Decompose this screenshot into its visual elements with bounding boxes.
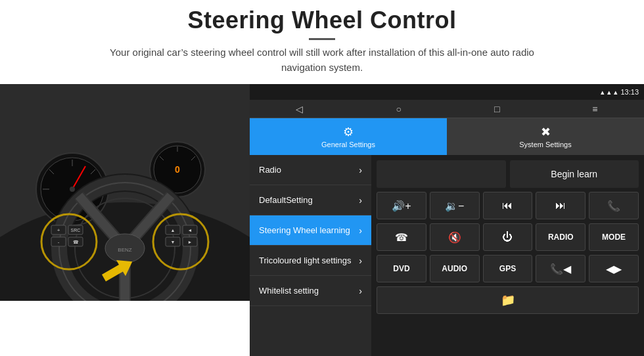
menu-white-arrow: › [359,286,362,296]
svg-text:▼: ▼ [171,240,175,244]
right-panel: Begin learn 🔊+ 🔉− ⏮ [371,155,644,356]
phone-prev-icon: 📞◀ [550,263,571,275]
mode-label: MODE [602,233,626,242]
vol-up-icon: 🔊+ [392,200,411,212]
svg-text:0: 0 [175,164,180,175]
svg-text:☎: ☎ [73,240,79,244]
general-settings-icon: ⚙ [343,125,354,139]
content-area: 0 [0,84,644,356]
mute-button[interactable]: 🔇 [430,223,480,251]
power-icon: ⏻ [502,231,513,243]
control-row-3: DVD AUDIO GPS 📞◀ ◀▶ [377,255,639,282]
audio-button[interactable]: AUDIO [430,255,480,282]
phone-icon: 📞 [607,200,620,212]
dvd-button[interactable]: DVD [377,255,426,282]
status-icons: ▴ ▴ ▴ 13:13 [601,88,639,97]
svg-text:-: - [58,239,60,245]
menu-button[interactable]: ≡ [592,104,597,114]
page-wrapper: Steering Wheel Control Your original car… [0,0,644,356]
status-bar: ▴ ▴ ▴ 13:13 [250,84,644,100]
radio-label: RADIO [548,233,574,242]
vol-up-button[interactable]: 🔊+ [377,192,426,219]
call-answer-icon: ☎ [395,231,408,244]
system-settings-icon: ✖ [541,125,551,139]
menu-item-steering[interactable]: Steering Wheel learning › [250,215,371,246]
gps-label: GPS [499,264,516,273]
time-display: 13:13 [620,88,639,96]
tab-system-label: System Settings [519,141,571,148]
prev-next-icon: ◀▶ [606,263,622,275]
vol-down-icon: 🔉− [445,200,464,212]
location-icon: ▴ [601,88,605,97]
begin-learn-button[interactable]: Begin learn [510,160,639,188]
top-row: Begin learn [377,160,639,188]
subtitle: Your original car’s steering wheel contr… [92,45,552,75]
menu-item-tricoloured[interactable]: Tricoloured light settings › [250,246,371,276]
menu-item-whitelist[interactable]: Whitelist setting › [250,276,371,306]
svg-text:◄: ◄ [188,228,193,233]
page-title: Steering Wheel Control [13,7,631,34]
last-row: 📁 [377,286,639,314]
svg-point-10 [70,187,75,192]
control-row-1: 🔊+ 🔉− ⏮ ⏭ 📞 [377,192,639,219]
menu-tri-label: Tricoloured light settings [259,256,351,265]
next-track-button[interactable]: ⏭ [536,192,586,219]
title-divider [309,38,335,40]
tab-general-label: General Settings [321,141,375,148]
home-button[interactable]: ○ [396,104,401,114]
menu-radio-arrow: › [359,165,362,175]
blank-box [377,160,506,188]
dvd-label: DVD [393,264,409,273]
menu-item-radio[interactable]: Radio › [250,155,371,185]
tabs-container: ⚙ General Settings ✖ System Settings [250,118,644,155]
tab-system-settings[interactable]: ✖ System Settings [447,118,644,155]
control-row-2: ☎ 🔇 ⏻ RADIO MODE [377,223,639,251]
header-section: Steering Wheel Control Your original car… [0,0,644,79]
audio-label: AUDIO [442,264,467,273]
menu-radio-label: Radio [259,165,281,175]
next-track-icon: ⏭ [555,200,566,211]
mute-icon: 🔇 [448,231,461,244]
nav-bar: ◁ ○ □ ≡ [250,100,644,118]
menu-default-arrow: › [359,195,362,206]
phone-prev-button[interactable]: 📞◀ [536,255,586,282]
menu-steering-arrow: › [359,225,362,236]
svg-text:SRC: SRC [71,228,81,233]
tab-general-settings[interactable]: ⚙ General Settings [250,118,447,155]
left-menu: Radio › DefaultSetting › Steering Wheel … [250,155,371,356]
gps-button[interactable]: GPS [483,255,533,282]
power-button[interactable]: ⏻ [483,223,533,251]
folder-button[interactable]: 📁 [377,286,639,314]
car-image: 0 [0,84,250,301]
back-button[interactable]: ◁ [296,104,303,114]
phone-button[interactable]: 📞 [589,192,639,219]
prev-track-icon: ⏮ [502,200,513,211]
prev-track-button[interactable]: ⏮ [483,192,533,219]
call-answer-button[interactable]: ☎ [377,223,426,251]
main-content: Radio › DefaultSetting › Steering Wheel … [250,155,644,356]
svg-text:BENZ: BENZ [118,247,131,253]
svg-text:►: ► [188,240,193,244]
menu-white-label: Whitelist setting [259,286,319,296]
signal-icon: ▴ [614,88,618,97]
menu-item-default[interactable]: DefaultSetting › [250,185,371,215]
mode-button[interactable]: MODE [589,223,639,251]
android-ui: ▴ ▴ ▴ 13:13 ◁ ○ □ ≡ ⚙ General Settings [250,84,644,356]
menu-default-label: DefaultSetting [259,195,313,205]
recent-button[interactable]: □ [494,104,499,114]
prev-next-button[interactable]: ◀▶ [589,255,639,282]
radio-button[interactable]: RADIO [536,223,586,251]
wifi-icon: ▴ [607,88,611,97]
menu-tri-arrow: › [359,256,362,266]
svg-text:▲: ▲ [171,228,175,233]
folder-icon: 📁 [501,293,515,307]
svg-text:+: + [57,227,60,233]
menu-steering-label: Steering Wheel learning [259,225,350,235]
vol-down-button[interactable]: 🔉− [430,192,480,219]
